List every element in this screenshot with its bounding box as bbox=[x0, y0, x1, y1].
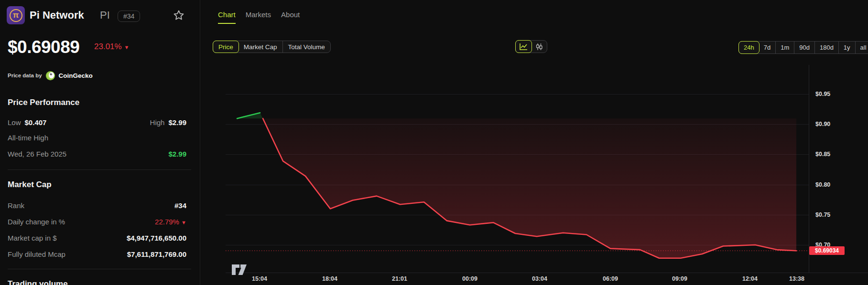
range-all-button[interactable]: all bbox=[856, 42, 868, 53]
time-range-group: 24h 7d 1m 90d 180d 1y all bbox=[738, 41, 868, 54]
tab-chart[interactable]: Chart bbox=[218, 11, 236, 24]
x-axis-label: 21:01 bbox=[392, 275, 407, 282]
gridline bbox=[226, 154, 809, 155]
low-label: Low bbox=[8, 118, 21, 127]
rank-row: Rank #34 bbox=[8, 201, 186, 210]
metric-price-button[interactable]: Price bbox=[213, 41, 239, 53]
metric-toggle-group: Price Market Cap Total Volume bbox=[213, 41, 331, 53]
gridline bbox=[226, 94, 809, 95]
x-axis-line bbox=[226, 273, 868, 273]
range-90d-button[interactable]: 90d bbox=[794, 42, 815, 53]
range-24h-button[interactable]: 24h bbox=[738, 41, 760, 54]
x-axis-label: 18:04 bbox=[322, 275, 337, 282]
y-axis-label: $0.90 bbox=[815, 121, 830, 127]
y-axis-line bbox=[809, 65, 809, 273]
ath-date: Wed, 26 Feb 2025 bbox=[8, 150, 66, 158]
x-axis-label: 06:09 bbox=[603, 275, 618, 282]
gridline bbox=[226, 245, 809, 245]
y-axis-label: $0.75 bbox=[815, 211, 830, 218]
pi-icon: π bbox=[10, 9, 22, 22]
line-chart-icon bbox=[520, 43, 528, 50]
current-price-tag: $0.69034 bbox=[809, 246, 845, 255]
market-cap-row: Market cap in $ $4,947,716,650.00 bbox=[8, 234, 186, 242]
range-180d-button[interactable]: 180d bbox=[815, 42, 839, 53]
divider bbox=[8, 169, 191, 170]
x-axis-label: 00:09 bbox=[462, 275, 477, 282]
ath-price: $2.99 bbox=[168, 150, 186, 158]
x-axis-label: 15:04 bbox=[252, 275, 267, 282]
metric-market-cap-button[interactable]: Market Cap bbox=[239, 41, 283, 53]
current-price: $0.69089 bbox=[8, 37, 79, 57]
gridline bbox=[226, 185, 809, 185]
price-data-attribution: Price data by CoinGecko bbox=[8, 70, 93, 81]
metric-total-volume-button[interactable]: Total Volume bbox=[283, 41, 330, 53]
rank-badge: #34 bbox=[118, 11, 140, 22]
x-axis-label: 03:04 bbox=[532, 275, 547, 282]
fdv-value: $7,611,871,769.00 bbox=[127, 250, 186, 258]
market-cap-value: $4,947,716,650.00 bbox=[127, 234, 186, 242]
down-arrow-icon: ▼ bbox=[124, 44, 129, 50]
coingecko-icon bbox=[45, 71, 55, 81]
ath-label-row: All-time High bbox=[8, 134, 186, 142]
line-chart-button[interactable] bbox=[515, 40, 532, 53]
coin-symbol: PI bbox=[100, 9, 110, 21]
price-change-24h: 23.01% ▼ bbox=[94, 42, 129, 52]
daily-change-row: Daily change in % 22.79% ▼ bbox=[8, 218, 186, 226]
down-arrow-icon: ▼ bbox=[181, 220, 186, 225]
high-label: High bbox=[150, 118, 165, 127]
candlestick-icon bbox=[535, 43, 543, 51]
x-axis-label: 13:38 bbox=[789, 275, 804, 282]
panel-divider bbox=[200, 0, 200, 285]
tab-about[interactable]: About bbox=[281, 11, 300, 24]
price-performance-title: Price Performance bbox=[8, 98, 79, 107]
y-axis-label: $0.85 bbox=[815, 151, 830, 158]
tab-markets[interactable]: Markets bbox=[246, 11, 271, 24]
low-value: $0.407 bbox=[25, 118, 47, 127]
range-7d-button[interactable]: 7d bbox=[759, 42, 776, 53]
rank-value: #34 bbox=[174, 201, 186, 210]
gridline bbox=[226, 124, 809, 125]
chart-type-toggle bbox=[515, 40, 547, 53]
provider-name[interactable]: CoinGecko bbox=[59, 72, 93, 79]
trading-volume-title: Trading volume bbox=[8, 279, 68, 285]
fdv-row: Fully diluted Mcap $7,611,871,769.00 bbox=[8, 250, 186, 258]
low-high-row: Low $0.407 High $2.99 bbox=[8, 118, 186, 127]
gridline bbox=[226, 215, 809, 215]
ath-value-row: Wed, 26 Feb 2025 $2.99 bbox=[8, 150, 186, 158]
y-axis-label: $0.80 bbox=[815, 181, 830, 188]
ath-label: All-time High bbox=[8, 134, 48, 142]
favorite-star-icon[interactable] bbox=[173, 10, 184, 21]
y-axis-label: $0.95 bbox=[815, 91, 830, 97]
tradingview-logo[interactable] bbox=[231, 263, 248, 277]
coin-name: Pi Network bbox=[30, 9, 84, 21]
market-cap-title: Market Cap bbox=[8, 180, 52, 190]
x-axis-label: 09:09 bbox=[672, 275, 687, 282]
coin-summary-panel: π Pi Network PI #34 $0.69089 23.01% ▼ Pr… bbox=[0, 0, 200, 285]
range-1m-button[interactable]: 1m bbox=[776, 42, 794, 53]
divider bbox=[8, 269, 191, 269]
content-tabs: Chart Markets About bbox=[218, 11, 300, 24]
high-value: $2.99 bbox=[168, 118, 186, 127]
x-axis-label: 12:04 bbox=[742, 275, 758, 282]
range-1y-button[interactable]: 1y bbox=[839, 42, 856, 53]
pi-network-logo: π bbox=[7, 6, 25, 24]
daily-change-value: 22.79% ▼ bbox=[155, 218, 186, 226]
candlestick-chart-button[interactable] bbox=[532, 41, 547, 53]
